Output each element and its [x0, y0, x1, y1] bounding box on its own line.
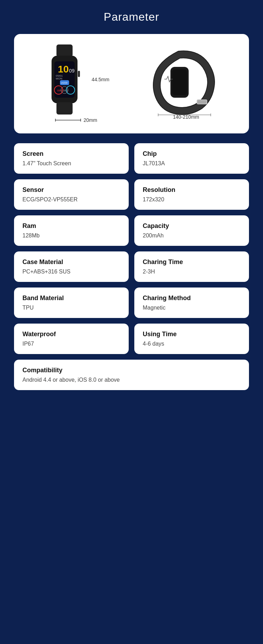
- param-value-case-material: PC+ABS+316 SUS: [22, 269, 120, 275]
- param-label-chip: Chip: [143, 150, 241, 158]
- svg-rect-0: [56, 44, 73, 57]
- params-grid: Screen1.47" Touch ScreenChipJL7013ASenso…: [14, 143, 249, 390]
- svg-text:14200: 14200: [61, 82, 68, 84]
- param-label-band-material: Band Material: [22, 295, 120, 302]
- watch-front-view: 10 09 05/01 MON 14200 080 08.2 44.5mm: [42, 44, 109, 123]
- svg-rect-16: [78, 71, 80, 77]
- param-label-case-material: Case Material: [22, 258, 120, 266]
- param-value-using-time: 4-6 days: [143, 341, 241, 347]
- param-value-band-material: TPU: [22, 305, 120, 311]
- param-label-screen: Screen: [22, 150, 120, 158]
- param-label-capacity: Capacity: [143, 222, 241, 230]
- param-card-band-material: Band MaterialTPU: [14, 288, 129, 318]
- watch-side-svg: [151, 48, 221, 118]
- param-value-screen: 1.47" Touch Screen: [22, 160, 120, 167]
- param-value-compatibility: Android 4.4 or above, iOS 8.0 or above: [22, 377, 241, 383]
- param-card-ram: Ram128Mb: [14, 215, 129, 246]
- param-value-sensor: ECG/SPO2-VP555ER: [22, 196, 120, 203]
- width-dimension: 20mm: [83, 117, 97, 123]
- param-value-charing-method: Magnetic: [143, 305, 241, 311]
- svg-rect-23: [172, 69, 187, 95]
- param-row: Band MaterialTPUCharing MethodMagnetic: [14, 288, 249, 318]
- svg-text:08.2: 08.2: [63, 89, 68, 92]
- param-label-sensor: Sensor: [22, 186, 120, 194]
- param-value-charing-time: 2-3H: [143, 269, 241, 275]
- param-label-resolution: Resolution: [143, 186, 241, 194]
- param-row: WaterproofIP67Using Time4-6 days: [14, 324, 249, 354]
- svg-rect-21: [197, 100, 207, 104]
- param-row: Screen1.47" Touch ScreenChipJL7013A: [14, 143, 249, 174]
- param-card-sensor: SensorECG/SPO2-VP555ER: [14, 179, 129, 210]
- param-card-case-material: Case MaterialPC+ABS+316 SUS: [14, 251, 129, 282]
- width-arrow: [54, 117, 82, 123]
- param-card-using-time: Using Time4-6 days: [134, 324, 249, 354]
- param-card-waterproof: WaterproofIP67: [14, 324, 129, 354]
- param-card-compatibility: CompatibilityAndroid 4.4 or above, iOS 8…: [14, 360, 249, 390]
- page-title: Parameter: [104, 11, 159, 23]
- param-value-chip: JL7013A: [143, 160, 241, 167]
- param-row: Case MaterialPC+ABS+316 SUSCharing Time2…: [14, 251, 249, 282]
- param-label-ram: Ram: [22, 222, 120, 230]
- param-label-waterproof: Waterproof: [22, 331, 120, 338]
- param-card-charing-method: Charing MethodMagnetic: [134, 288, 249, 318]
- param-row: SensorECG/SPO2-VP555ERResolution172x320: [14, 179, 249, 210]
- param-label-compatibility: Compatibility: [22, 367, 241, 374]
- strap-dimension: 140-210mm: [173, 114, 199, 120]
- param-row: CompatibilityAndroid 4.4 or above, iOS 8…: [14, 360, 249, 390]
- param-value-waterproof: IP67: [22, 341, 120, 347]
- param-card-screen: Screen1.47" Touch Screen: [14, 143, 129, 174]
- watch-front-svg: 10 09 05/01 MON 14200 080 08.2: [42, 44, 87, 115]
- param-value-resolution: 172x320: [143, 196, 241, 203]
- svg-rect-15: [56, 102, 73, 115]
- svg-text:MON: MON: [56, 77, 62, 80]
- watch-side-view: 140-210mm: [151, 48, 221, 120]
- param-card-chip: ChipJL7013A: [134, 143, 249, 174]
- param-row: Ram128MbCapacity200mAh: [14, 215, 249, 246]
- svg-text:10: 10: [58, 64, 69, 75]
- height-dimension: 44.5mm: [92, 77, 109, 82]
- param-value-capacity: 200mAh: [143, 233, 241, 239]
- param-value-ram: 128Mb: [22, 233, 120, 239]
- param-label-using-time: Using Time: [143, 331, 241, 338]
- param-card-capacity: Capacity200mAh: [134, 215, 249, 246]
- product-image-card: 10 09 05/01 MON 14200 080 08.2 44.5mm: [14, 34, 249, 133]
- param-card-charing-time: Charing Time2-3H: [134, 251, 249, 282]
- param-label-charing-time: Charing Time: [143, 258, 241, 266]
- param-label-charing-method: Charing Method: [143, 295, 241, 302]
- param-card-resolution: Resolution172x320: [134, 179, 249, 210]
- svg-text:09: 09: [69, 68, 75, 74]
